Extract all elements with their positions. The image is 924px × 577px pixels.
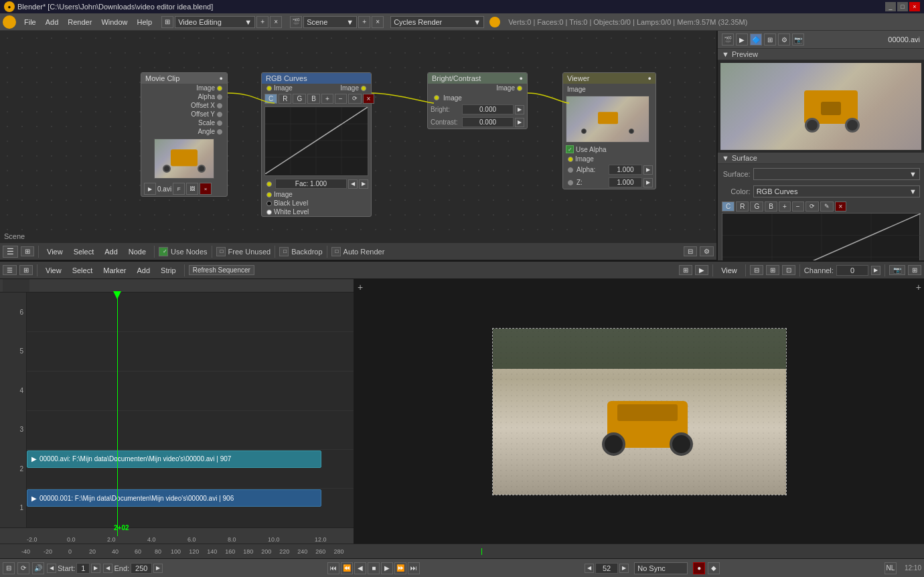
- contrast-arrow[interactable]: ▶: [515, 118, 524, 127]
- workspace-close[interactable]: ×: [270, 16, 282, 28]
- node-settings[interactable]: ⚙: [700, 246, 714, 256]
- fac-arrow-left[interactable]: ◀: [348, 179, 358, 189]
- seq-icon-cam[interactable]: 📷: [889, 265, 905, 275]
- play-icon[interactable]: ▶: [144, 183, 156, 195]
- seq-add-btn[interactable]: Add: [133, 265, 154, 276]
- props-icon1[interactable]: 🎬: [722, 33, 734, 46]
- seq-strip-btn[interactable]: Strip: [157, 265, 180, 276]
- bc-icon1[interactable]: ⊟: [3, 562, 15, 574]
- seq-icon1[interactable]: ⊞: [679, 265, 692, 275]
- color-dropdown[interactable]: RGB Curves▼: [753, 185, 920, 197]
- preview-plus-tl[interactable]: +: [358, 282, 363, 293]
- stop-btn[interactable]: ■: [368, 562, 380, 574]
- right-curves-edit[interactable]: ✎: [820, 201, 834, 212]
- fac-arrow-right[interactable]: ▶: [359, 179, 368, 189]
- curves-b-tab[interactable]: B: [307, 94, 320, 104]
- curves-x-btn[interactable]: ×: [363, 94, 375, 104]
- skip-end-btn[interactable]: ⏭: [408, 562, 420, 574]
- fac-value[interactable]: Fac: 1.000: [275, 179, 347, 189]
- locale-btn[interactable]: NL: [884, 562, 897, 574]
- preview-plus-tr[interactable]: +: [916, 282, 921, 293]
- seq-refresh-btn[interactable]: Refresh Sequencer: [189, 265, 254, 275]
- seq-track-1[interactable]: ▶ 00000.avi: F:\Mijn data\Documenten\Mij…: [27, 450, 321, 468]
- end-value[interactable]: 250: [131, 563, 152, 574]
- node-add-btn[interactable]: Add: [100, 246, 122, 257]
- play-btn[interactable]: ▶: [381, 562, 393, 574]
- preview-toggle[interactable]: ▼ Preview: [718, 49, 924, 60]
- node-view-btn[interactable]: View: [43, 246, 67, 257]
- step-back-btn[interactable]: ⏪: [341, 562, 353, 574]
- end-right[interactable]: ▶: [153, 564, 163, 573]
- start-left[interactable]: ◀: [47, 564, 56, 573]
- menu-help[interactable]: Help: [133, 17, 157, 27]
- seq-snap3[interactable]: ⊡: [782, 265, 795, 275]
- workspace-selector[interactable]: Video Editing▼: [175, 16, 255, 28]
- clip-x-btn[interactable]: ×: [200, 183, 212, 195]
- menu-add[interactable]: Add: [42, 17, 63, 27]
- seq-track-2[interactable]: ▶ 00000.001: F:\Mijn data\Documenten\Mij…: [27, 489, 321, 507]
- right-curves-x[interactable]: ×: [835, 201, 847, 212]
- props-icon3[interactable]: 🔷: [750, 33, 762, 46]
- curves-c-tab[interactable]: C: [264, 94, 277, 104]
- clip-f-btn[interactable]: F: [173, 183, 185, 195]
- end-left[interactable]: ◀: [103, 564, 112, 573]
- step-forward-btn[interactable]: ⏩: [394, 562, 406, 574]
- sync-dropdown[interactable]: No Sync: [634, 562, 688, 574]
- bright-value-node[interactable]: 0.000: [462, 104, 514, 114]
- node-tb-left[interactable]: ☰: [3, 246, 18, 258]
- skip-start-btn[interactable]: ⏮: [327, 562, 339, 574]
- right-g-tab[interactable]: G: [750, 201, 763, 212]
- clip-view-btn[interactable]: 🖼: [186, 183, 198, 195]
- scene-selector[interactable]: Scene▼: [303, 16, 357, 28]
- seq-icon2[interactable]: ▶: [695, 265, 708, 275]
- engine-selector[interactable]: Cycles Render▼: [390, 16, 484, 28]
- right-curves-sub[interactable]: −: [792, 201, 804, 212]
- workspace-add[interactable]: +: [256, 16, 268, 28]
- props-icon6[interactable]: 📷: [792, 33, 804, 46]
- backdrop-check[interactable]: □: [279, 247, 289, 256]
- seq-icon-last[interactable]: ⊞: [908, 265, 921, 275]
- props-icon4[interactable]: ⊞: [764, 33, 776, 46]
- alpha-arrow[interactable]: ▶: [643, 165, 653, 175]
- right-c-tab[interactable]: C: [722, 201, 735, 212]
- seq-view-btn[interactable]: View: [42, 265, 66, 276]
- seq-view2-btn[interactable]: View: [717, 265, 741, 276]
- curves-sub-btn[interactable]: −: [335, 94, 347, 104]
- node-zoom-fit[interactable]: ⊟: [684, 246, 697, 256]
- scene-add[interactable]: +: [358, 16, 370, 28]
- node-select-btn[interactable]: Select: [70, 246, 98, 257]
- start-value[interactable]: 1: [76, 563, 90, 574]
- seq-select-btn[interactable]: Select: [68, 265, 97, 276]
- free-unused-check[interactable]: □: [216, 247, 226, 256]
- curves-r-tab[interactable]: R: [279, 94, 291, 104]
- play-reverse-btn[interactable]: ◀: [354, 562, 366, 574]
- props-icon5[interactable]: ⚙: [778, 33, 790, 46]
- use-alpha-check[interactable]: ✓: [566, 145, 574, 153]
- menu-render[interactable]: Render: [64, 17, 96, 27]
- bc-icon3[interactable]: 🔊: [32, 562, 44, 574]
- use-nodes-check[interactable]: ✓: [159, 247, 168, 256]
- contrast-value-node[interactable]: 0.000: [462, 117, 514, 127]
- channel-arrow-right[interactable]: ▶: [871, 266, 880, 275]
- curves-g-tab[interactable]: G: [293, 94, 306, 104]
- curves-reset-btn[interactable]: ⟳: [348, 94, 362, 104]
- seq-snap1[interactable]: ⊟: [750, 265, 763, 275]
- bc-icon2[interactable]: ⟳: [17, 562, 29, 574]
- current-frame[interactable]: 52: [595, 563, 618, 574]
- frame-left[interactable]: ◀: [585, 564, 594, 573]
- surface-dropdown[interactable]: ▼: [753, 168, 920, 180]
- channel-input[interactable]: 0: [836, 265, 868, 276]
- right-curves-add[interactable]: +: [779, 201, 791, 212]
- node-node-btn[interactable]: Node: [125, 246, 150, 257]
- frame-right[interactable]: ▶: [619, 564, 629, 573]
- seq-tb-icons[interactable]: ⊞: [19, 265, 33, 275]
- scene-close[interactable]: ×: [372, 16, 384, 28]
- menu-window[interactable]: Window: [97, 17, 131, 27]
- curves-add-btn[interactable]: +: [321, 94, 333, 104]
- z-arrow[interactable]: ▶: [643, 178, 653, 187]
- right-curves-reset[interactable]: ⟳: [805, 201, 819, 212]
- menu-file[interactable]: File: [20, 17, 40, 27]
- rec-btn[interactable]: ●: [693, 562, 705, 574]
- node-tb-icons[interactable]: ⊞: [21, 246, 34, 256]
- seq-snap2[interactable]: ⊞: [766, 265, 779, 275]
